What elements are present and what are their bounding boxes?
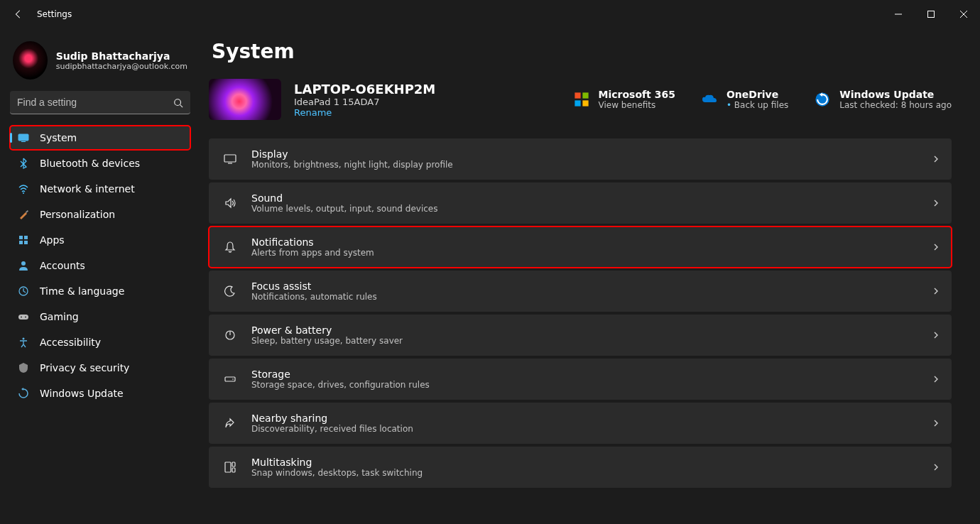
share-icon: [220, 417, 240, 430]
svg-rect-1: [928, 11, 935, 18]
sidebar-item-accounts[interactable]: Accounts: [10, 253, 190, 278]
chevron-right-icon: [932, 375, 940, 383]
chevron-right-icon: [932, 243, 940, 251]
row-title: Nearby sharing: [251, 413, 413, 424]
svg-rect-29: [225, 462, 231, 472]
status-card-update[interactable]: Windows UpdateLast checked: 8 hours ago: [814, 89, 952, 110]
sidebar-item-gaming[interactable]: Gaming: [10, 305, 190, 329]
device-thumbnail: [209, 79, 281, 120]
multitask-icon: [220, 461, 240, 474]
status-title: Windows Update: [839, 89, 952, 100]
chevron-right-icon: [932, 155, 940, 163]
status-subtitle: Last checked: 8 hours ago: [839, 100, 952, 110]
sidebar-item-label: Apps: [40, 234, 65, 246]
svg-rect-30: [232, 462, 235, 466]
profile-block[interactable]: Sudip Bhattacharjya sudipbhattacharjya@o…: [10, 36, 190, 91]
nav-list: SystemBluetooth & devicesNetwork & inter…: [10, 126, 190, 405]
svg-rect-20: [575, 100, 580, 106]
wifi-icon: [17, 182, 30, 195]
settings-row-notifications[interactable]: NotificationsAlerts from apps and system: [209, 226, 952, 268]
privacy-icon: [17, 361, 30, 374]
sidebar-item-label: Accounts: [40, 260, 85, 271]
row-title: Display: [251, 148, 453, 160]
apps-icon: [17, 234, 30, 246]
arrow-left-icon: [13, 9, 23, 19]
sidebar-item-privacy-security[interactable]: Privacy & security: [10, 356, 190, 380]
svg-rect-18: [575, 92, 580, 98]
settings-row-display[interactable]: DisplayMonitors, brightness, night light…: [209, 138, 952, 180]
sidebar-item-label: Time & language: [40, 285, 124, 297]
settings-row-multitasking[interactable]: MultitaskingSnap windows, desktops, task…: [209, 447, 952, 488]
sidebar-item-label: Windows Update: [40, 388, 124, 399]
display-icon: [220, 153, 240, 165]
chevron-right-icon: [932, 463, 940, 471]
sidebar-item-label: Gaming: [40, 311, 79, 322]
close-button[interactable]: [947, 3, 980, 26]
row-subtitle: Monitors, brightness, night light, displ…: [251, 160, 453, 170]
maximize-button[interactable]: [915, 3, 947, 26]
sidebar-item-accessibility[interactable]: Accessibility: [10, 330, 190, 354]
avatar: [13, 41, 48, 80]
status-card-m365[interactable]: Microsoft 365View benefits: [573, 89, 675, 110]
sidebar-item-system[interactable]: System: [10, 126, 190, 150]
sidebar-item-windows-update[interactable]: Windows Update: [10, 381, 190, 405]
power-icon: [220, 329, 240, 342]
svg-rect-4: [18, 134, 28, 141]
status-subtitle: View benefits: [599, 100, 675, 110]
minimize-button[interactable]: [882, 3, 915, 26]
status-card-onedrive[interactable]: OneDrive• Back up files: [701, 89, 788, 110]
rename-link[interactable]: Rename: [294, 107, 435, 118]
svg-rect-5: [21, 141, 26, 142]
device-name: LAPTOP-O6EKHP2M: [294, 82, 435, 97]
window-title: Settings: [37, 9, 72, 19]
svg-rect-27: [225, 377, 235, 381]
svg-rect-11: [24, 241, 28, 244]
row-title: Storage: [251, 369, 430, 380]
page-title: System: [212, 40, 952, 63]
search-input[interactable]: [10, 91, 190, 114]
svg-rect-8: [19, 236, 23, 239]
main-content: System LAPTOP-O6EKHP2M IdeaPad 1 15ADA7 …: [200, 28, 980, 524]
settings-row-nearby-sharing[interactable]: Nearby sharingDiscoverability, received …: [209, 403, 952, 444]
row-title: Power & battery: [251, 324, 403, 336]
sidebar-item-label: Network & internet: [40, 183, 135, 195]
settings-row-sound[interactable]: SoundVolume levels, output, input, sound…: [209, 182, 952, 224]
row-title: Sound: [251, 192, 437, 204]
settings-row-focus-assist[interactable]: Focus assistNotifications, automatic rul…: [209, 271, 952, 312]
row-subtitle: Alerts from apps and system: [251, 248, 374, 258]
status-subtitle: • Back up files: [726, 100, 788, 110]
svg-point-6: [23, 192, 24, 194]
sidebar-item-apps[interactable]: Apps: [10, 228, 190, 252]
sound-icon: [220, 197, 240, 209]
system-icon: [17, 131, 30, 144]
minimize-icon: [895, 11, 902, 18]
sidebar-item-time-language[interactable]: Time & language: [10, 279, 190, 303]
sidebar: Sudip Bhattacharjya sudipbhattacharjya@o…: [0, 28, 200, 524]
m365-icon: [573, 91, 590, 108]
title-bar: Settings: [0, 0, 980, 28]
device-header: LAPTOP-O6EKHP2M IdeaPad 1 15ADA7 Rename …: [209, 79, 952, 120]
settings-row-storage[interactable]: StorageStorage space, drives, configurat…: [209, 359, 952, 400]
sidebar-item-network-internet[interactable]: Network & internet: [10, 177, 190, 201]
bluetooth-icon: [17, 157, 30, 170]
storage-icon: [220, 373, 240, 386]
sidebar-item-label: Personalization: [40, 209, 115, 220]
update-icon: [814, 91, 831, 108]
chevron-right-icon: [932, 331, 940, 339]
sidebar-item-label: Accessibility: [40, 337, 101, 348]
settings-row-power-battery[interactable]: Power & batterySleep, battery usage, bat…: [209, 315, 952, 356]
sidebar-item-label: Privacy & security: [40, 362, 129, 373]
svg-rect-9: [24, 236, 28, 239]
accounts-icon: [17, 259, 30, 272]
svg-point-28: [232, 378, 234, 380]
update-icon: [17, 387, 30, 400]
sidebar-item-bluetooth-devices[interactable]: Bluetooth & devices: [10, 151, 190, 175]
svg-point-16: [25, 317, 26, 318]
row-subtitle: Discoverability, received files location: [251, 424, 413, 434]
sidebar-item-personalization[interactable]: Personalization: [10, 202, 190, 226]
back-button[interactable]: [7, 3, 30, 26]
svg-point-15: [21, 317, 22, 318]
profile-email: sudipbhattacharjya@outlook.com: [56, 62, 187, 71]
svg-rect-23: [224, 155, 236, 162]
device-model: IdeaPad 1 15ADA7: [294, 97, 435, 107]
